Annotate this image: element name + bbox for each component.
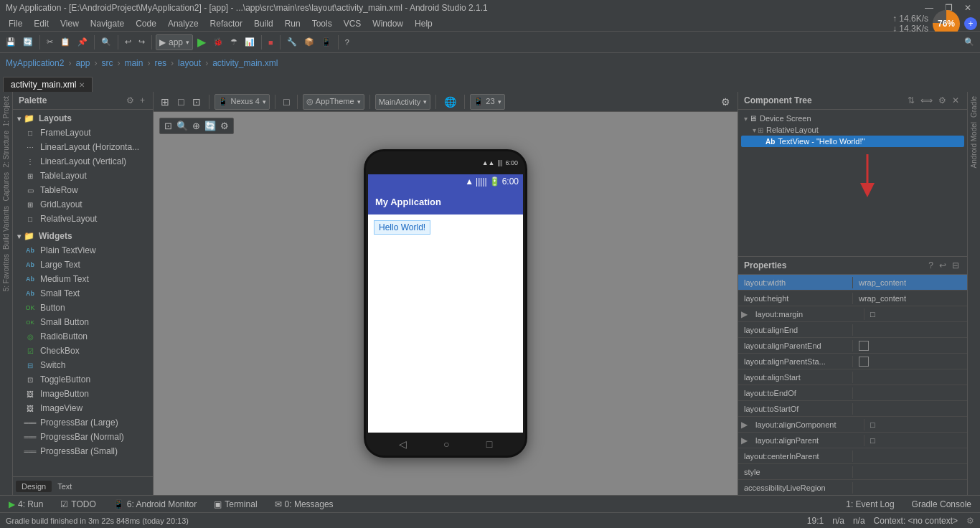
palette-item-plain-textview[interactable]: Ab Plain TextView (13, 243, 153, 258)
coverage-button[interactable]: ☂ (227, 34, 240, 51)
menu-run[interactable]: Run (279, 16, 306, 31)
run-tab[interactable]: ▶ 4: Run (3, 498, 49, 511)
profile-button[interactable]: 📊 (242, 34, 258, 51)
status-settings-btn[interactable]: ⚙ (966, 516, 974, 526)
palette-item-progressbar-small[interactable]: ═══ ProgressBar (Small) (13, 444, 153, 458)
breadcrumb-layout[interactable]: layout (175, 57, 204, 70)
prop-style[interactable]: style (738, 464, 967, 480)
tree-item-textview[interactable]: Ab TextView - "Hello World!" (741, 136, 964, 147)
props-help-btn[interactable]: ? (926, 260, 936, 271)
avd-manager[interactable]: 📱 (319, 34, 334, 51)
prop-layout-tostartof[interactable]: layout:toStartOf (738, 401, 967, 417)
palette-add-btn[interactable]: + (138, 95, 147, 106)
palette-item-large-text[interactable]: Ab Large Text (13, 258, 153, 272)
toolbar-find[interactable]: 🔍 (98, 34, 114, 51)
palette-section-widgets-header[interactable]: ▾ 📁 Widgets (13, 229, 153, 243)
menu-analyze[interactable]: Analyze (162, 16, 204, 31)
menu-build[interactable]: Build (248, 16, 279, 31)
palette-item-tablerow[interactable]: ▭ TableRow (13, 183, 153, 197)
messages-tab[interactable]: ✉ 0: Messages (269, 498, 339, 511)
phone-recents-btn[interactable]: □ (486, 438, 492, 450)
menu-vcs[interactable]: VCS (338, 16, 367, 31)
android-monitor-tab[interactable]: 📱 6: Android Monitor (108, 498, 202, 511)
prop-layout-alignparentsta[interactable]: layout:alignParentSta... (738, 354, 967, 369)
palette-item-imageview[interactable]: 🖼 ImageView (13, 401, 153, 415)
structure-tab[interactable]: 2: Structure (1, 129, 11, 169)
tab-close-icon[interactable]: ✕ (79, 81, 85, 89)
palette-item-small-button[interactable]: OK Small Button (13, 315, 153, 329)
prop-layout-width[interactable]: layout:width wrap_content (738, 275, 967, 291)
comp-tree-settings[interactable]: ⚙ (936, 95, 948, 106)
palette-item-linearlayout-h[interactable]: ⋯ LinearLayout (Horizonta... (13, 140, 153, 154)
alignparentsta-checkbox[interactable] (859, 357, 869, 367)
canvas-grid-btn[interactable]: ⊡ (189, 95, 204, 109)
app-dropdown[interactable]: ▶ app ▾ (156, 34, 193, 50)
refresh-btn[interactable]: 🔄 (204, 121, 216, 131)
toolbar-redo[interactable]: ↪ (136, 34, 148, 51)
prop-layout-margin-expand[interactable]: ▶ (738, 309, 750, 319)
palette-item-radiobutton[interactable]: ◎ RadioButton (13, 329, 153, 344)
menu-view[interactable]: View (55, 16, 85, 31)
canvas-settings-btn[interactable]: ⚙ (718, 95, 733, 109)
menu-window[interactable]: Window (367, 16, 409, 31)
prop-layout-alignparent-expand[interactable]: ▶ (738, 435, 750, 446)
prop-layout-height[interactable]: layout:height wrap_content (738, 291, 967, 306)
prop-layout-alignend[interactable]: layout:alignEnd (738, 322, 967, 338)
breadcrumb-src[interactable]: src (98, 57, 116, 70)
toolbar-cut[interactable]: ✂ (44, 34, 56, 51)
prop-accessibilityliveregion[interactable]: accessibilityLiveRegion (738, 480, 967, 495)
toolbar-icon1[interactable]: 💾 (3, 34, 19, 51)
api-dropdown[interactable]: 📱 23 ▾ (470, 94, 504, 110)
comp-tree-btn1[interactable]: ⇅ (905, 95, 917, 106)
alignparentend-checkbox[interactable] (859, 341, 869, 351)
terminal-tab[interactable]: ▣ Terminal (208, 498, 263, 511)
palette-item-switch[interactable]: ⊟ Switch (13, 358, 153, 372)
palette-item-button[interactable]: OK Button (13, 301, 153, 315)
phone-home-btn[interactable]: ○ (443, 438, 449, 450)
search-button[interactable]: 🔍 (961, 34, 977, 51)
menu-code[interactable]: Code (130, 16, 162, 31)
prop-layout-alignstart[interactable]: layout:alignStart (738, 369, 967, 385)
todo-tab[interactable]: ☑ TODO (55, 498, 101, 511)
prop-layout-centerinparent[interactable]: layout:centerInParent (738, 448, 967, 464)
settings-btn2[interactable]: ⚙ (220, 121, 229, 131)
sdk-manager[interactable]: 📦 (301, 34, 317, 51)
run-button[interactable]: ▶ (194, 34, 209, 51)
palette-settings-btn[interactable]: ⚙ (124, 95, 136, 106)
prop-layout-aligncomponent[interactable]: ▶ layout:alignComponent □ (738, 417, 967, 433)
tree-item-device-screen[interactable]: ▾ 🖥 Device Screen (741, 113, 964, 124)
menu-file[interactable]: File (3, 16, 28, 31)
palette-item-checkbox[interactable]: ☑ CheckBox (13, 344, 153, 358)
comp-tree-btn2[interactable]: ⟺ (918, 95, 935, 106)
breadcrumb-main[interactable]: main (121, 57, 146, 70)
fit-screen-btn[interactable]: ⊡ (164, 121, 172, 131)
palette-item-small-text[interactable]: Ab Small Text (13, 286, 153, 301)
palette-section-layouts-header[interactable]: ▾ 📁 Layouts (13, 111, 153, 126)
device-dropdown[interactable]: 📱 Nexus 4 ▾ (215, 94, 269, 110)
gradle-tab[interactable]: Gradle (969, 95, 979, 119)
help-button[interactable]: ? (342, 34, 352, 51)
canvas-portrait-btn[interactable]: □ (281, 95, 292, 109)
toolbar-undo[interactable]: ↩ (122, 34, 134, 51)
breadcrumb-app[interactable]: app (72, 57, 93, 70)
canvas-actual-btn[interactable]: □ (175, 95, 187, 109)
zoom-out-btn[interactable]: 🔍 (176, 121, 188, 131)
zoom-in-btn[interactable]: ⊕ (192, 121, 200, 131)
prop-layout-aligncomponent-expand[interactable]: ▶ (738, 420, 750, 430)
palette-item-tablelayout[interactable]: ⊞ TableLayout (13, 169, 153, 183)
palette-item-medium-text[interactable]: Ab Medium Text (13, 272, 153, 286)
prop-layout-alignparent[interactable]: ▶ layout:alignParent □ (738, 433, 967, 448)
toolbar-sync[interactable]: 🔄 (20, 34, 36, 51)
prop-layout-margin[interactable]: ▶ layout:margin □ (738, 306, 967, 322)
project-tab[interactable]: 1: Project (1, 95, 11, 128)
props-filter-btn[interactable]: ⊟ (950, 260, 961, 271)
palette-item-imagebutton[interactable]: 🖼 ImageButton (13, 387, 153, 401)
menu-help[interactable]: Help (409, 16, 438, 31)
palette-item-linearlayout-v[interactable]: ⋮ LinearLayout (Vertical) (13, 154, 153, 169)
activity-dropdown[interactable]: MainActivity ▾ (375, 94, 431, 110)
design-tab[interactable]: Design (16, 481, 52, 492)
tree-item-relativelayout[interactable]: ▾ ⊞ RelativeLayout (741, 124, 964, 136)
props-undo-btn[interactable]: ↩ (937, 260, 948, 271)
menu-tools[interactable]: Tools (306, 16, 338, 31)
palette-item-progressbar-normal[interactable]: ═══ ProgressBar (Normal) (13, 430, 153, 444)
